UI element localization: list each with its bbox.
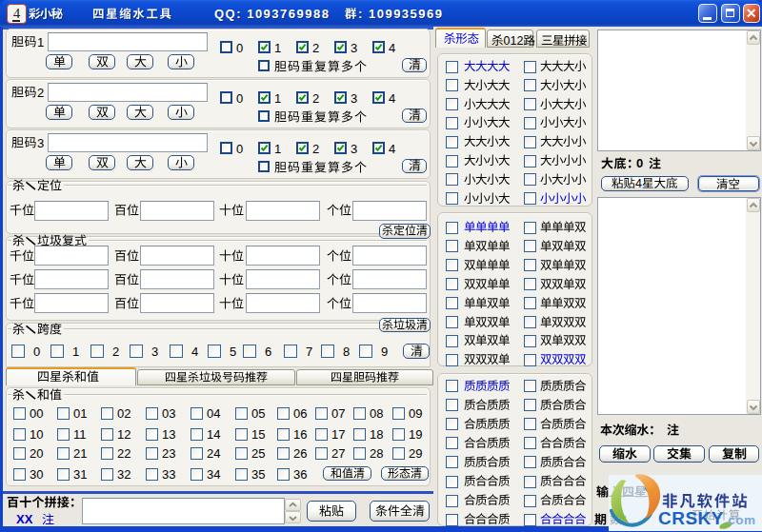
svg-text:4: 4 [635, 177, 642, 190]
svg-text:2: 2 [516, 34, 523, 48]
svg-text:0: 0 [504, 34, 511, 48]
